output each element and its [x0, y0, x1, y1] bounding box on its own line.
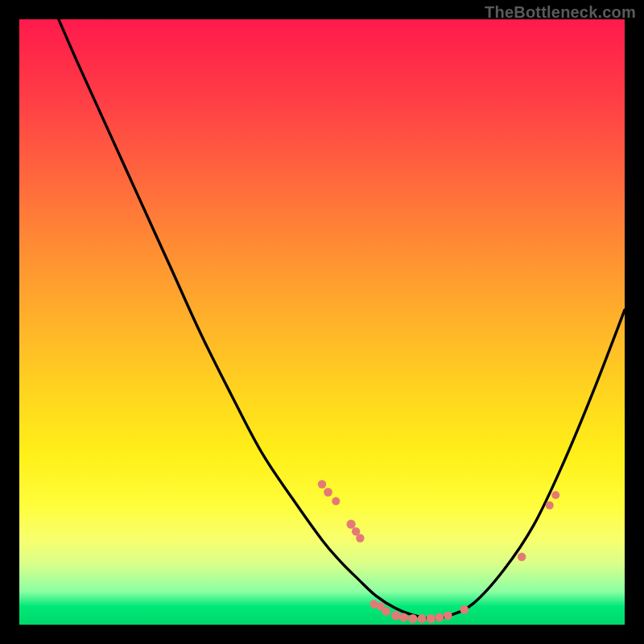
curve-marker	[427, 614, 436, 623]
curve-marker	[518, 553, 526, 561]
curve-marker	[324, 488, 332, 497]
curve-marker	[318, 480, 326, 488]
curve-marker	[444, 612, 452, 620]
curve-marker	[418, 614, 427, 623]
curve-marker	[382, 607, 390, 615]
curve-marker	[408, 614, 417, 623]
curve-marker	[551, 491, 559, 499]
bottleneck-curve	[59, 19, 625, 619]
curve-marker	[399, 613, 408, 622]
curve-marker	[356, 534, 364, 542]
curve-marker	[546, 502, 554, 510]
curve-marker	[435, 613, 444, 622]
chart-overlay-svg	[19, 19, 625, 625]
curve-marker	[391, 611, 400, 620]
curve-markers-group	[318, 480, 559, 623]
curve-marker	[332, 497, 340, 506]
curve-marker	[347, 520, 356, 529]
curve-marker	[460, 605, 469, 614]
chart-frame	[19, 19, 625, 625]
